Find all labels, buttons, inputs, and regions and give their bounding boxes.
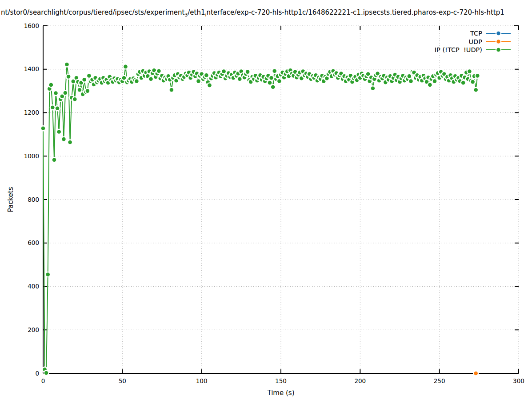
legend-label: TCP bbox=[470, 30, 482, 37]
data-point bbox=[48, 82, 53, 87]
data-point bbox=[44, 371, 49, 376]
data-point bbox=[407, 74, 412, 79]
data-point bbox=[169, 88, 174, 92]
y-tick-label: 600 bbox=[28, 239, 39, 246]
data-point bbox=[475, 73, 480, 78]
data-point bbox=[148, 76, 153, 81]
legend-sample-marker bbox=[496, 39, 501, 44]
data-point bbox=[77, 88, 82, 92]
legend-item-tcp: TCP bbox=[470, 30, 511, 37]
series-ip-tcp-udp bbox=[41, 62, 480, 376]
data-point bbox=[61, 137, 66, 142]
legend-item-udp: UDP bbox=[468, 38, 511, 45]
data-point bbox=[66, 74, 71, 79]
title-text: nterface/exp-c-720-hls-http1c/1648622221… bbox=[206, 8, 504, 16]
data-point bbox=[432, 79, 437, 84]
series-udp bbox=[473, 371, 478, 376]
y-tick-label: 0 bbox=[35, 370, 39, 377]
data-point bbox=[50, 105, 55, 110]
title-text: nt/stor0/searchlight/corpus/tiered/ipsec… bbox=[1, 8, 184, 16]
data-point bbox=[370, 86, 375, 91]
data-point bbox=[45, 272, 50, 277]
data-point bbox=[156, 68, 161, 73]
legend-item-ip-tcp-udp: IP (!TCP !UDP) bbox=[435, 46, 511, 53]
x-tick-label: 250 bbox=[434, 377, 445, 384]
data-point bbox=[68, 140, 72, 145]
data-point bbox=[123, 64, 128, 69]
data-point bbox=[269, 76, 274, 80]
x-tick-label: 200 bbox=[354, 377, 366, 384]
y-tick-label: 1400 bbox=[24, 65, 39, 72]
chart-page: { "title_segments": { "seg1": "nt/stor0/… bbox=[0, 0, 532, 400]
x-tick-label: 300 bbox=[513, 377, 524, 384]
data-point bbox=[72, 97, 77, 102]
data-point bbox=[53, 91, 58, 96]
data-point bbox=[470, 80, 475, 84]
data-point bbox=[196, 79, 201, 84]
data-point bbox=[408, 79, 413, 84]
data-point bbox=[428, 82, 432, 87]
legend-label: UDP bbox=[468, 38, 482, 45]
data-point bbox=[461, 80, 466, 85]
plot-canvas: 0501001502002503000200400600800100012001… bbox=[0, 0, 532, 400]
data-point bbox=[52, 157, 57, 162]
data-point bbox=[121, 76, 126, 80]
legend-sample-marker bbox=[496, 48, 501, 52]
x-tick-label: 100 bbox=[196, 377, 208, 384]
data-point bbox=[134, 79, 139, 84]
y-tick-label: 1600 bbox=[24, 22, 39, 29]
y-tick-label: 1200 bbox=[24, 109, 39, 116]
data-point bbox=[82, 77, 87, 82]
data-point bbox=[41, 126, 46, 131]
data-point bbox=[467, 69, 472, 74]
data-point bbox=[272, 68, 277, 73]
y-tick-label: 1000 bbox=[24, 152, 39, 160]
data-point bbox=[271, 84, 276, 89]
series-line bbox=[43, 64, 477, 373]
data-point bbox=[55, 106, 60, 111]
x-axis-label: Time (s) bbox=[268, 389, 295, 397]
y-tick-label: 400 bbox=[28, 283, 39, 290]
x-tick-label: 50 bbox=[119, 377, 126, 384]
data-point bbox=[245, 69, 250, 74]
y-axis-label: Packets bbox=[7, 187, 15, 212]
data-point bbox=[277, 79, 282, 84]
chart-title: nt/stor0/searchlight/corpus/tiered/ipsec… bbox=[1, 8, 504, 18]
data-point bbox=[64, 62, 69, 67]
data-point bbox=[473, 371, 478, 376]
legend: TCPUDPIP (!TCP !UDP) bbox=[435, 30, 511, 53]
data-point bbox=[56, 129, 61, 134]
data-point bbox=[221, 69, 226, 74]
data-point bbox=[204, 73, 209, 78]
data-point bbox=[207, 83, 212, 88]
legend-sample-marker bbox=[496, 31, 501, 36]
legend-label: IP (!TCP !UDP) bbox=[435, 46, 482, 53]
y-tick-label: 800 bbox=[28, 196, 39, 203]
data-point bbox=[85, 88, 90, 93]
data-point bbox=[63, 91, 68, 96]
x-tick-label: 0 bbox=[41, 377, 45, 384]
data-point bbox=[268, 80, 272, 85]
data-point bbox=[473, 88, 478, 92]
y-tick-label: 200 bbox=[28, 326, 39, 333]
x-tick-label: 150 bbox=[275, 377, 287, 384]
title-text: /eth1 bbox=[188, 8, 205, 16]
